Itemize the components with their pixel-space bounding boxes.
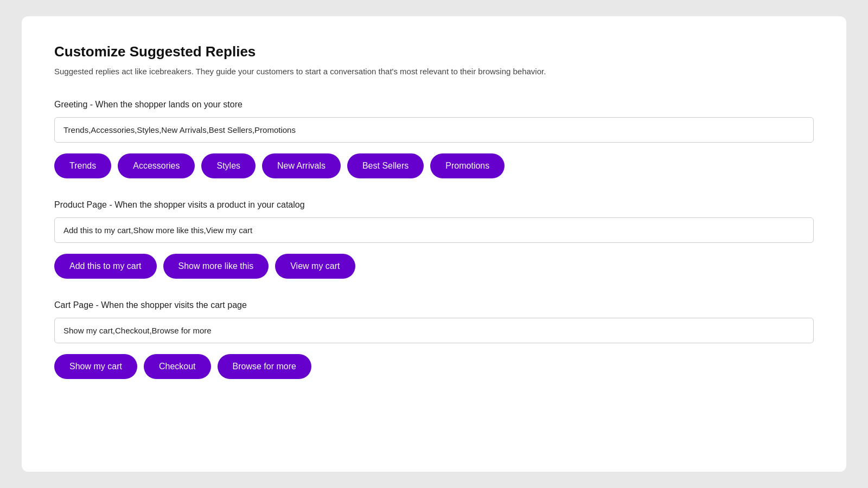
page-title: Customize Suggested Replies (54, 43, 814, 60)
chips-row-cart-page: Show my cartCheckoutBrowse for more (54, 354, 814, 379)
input-greeting[interactable] (54, 117, 814, 143)
chip-greeting-4[interactable]: Best Sellers (347, 153, 424, 178)
chip-product-page-2[interactable]: View my cart (275, 254, 355, 279)
section-cart-page: Cart Page - When the shopper visits the … (54, 300, 814, 379)
section-label-product-page: Product Page - When the shopper visits a… (54, 200, 814, 210)
chips-row-product-page: Add this to my cartShow more like thisVi… (54, 254, 814, 279)
chip-product-page-1[interactable]: Show more like this (163, 254, 269, 279)
section-greeting: Greeting - When the shopper lands on you… (54, 100, 814, 178)
chip-product-page-0[interactable]: Add this to my cart (54, 254, 157, 279)
section-product-page: Product Page - When the shopper visits a… (54, 200, 814, 279)
chip-cart-page-0[interactable]: Show my cart (54, 354, 137, 379)
chip-cart-page-2[interactable]: Browse for more (218, 354, 311, 379)
chip-greeting-5[interactable]: Promotions (430, 153, 505, 178)
chip-cart-page-1[interactable]: Checkout (144, 354, 211, 379)
chip-greeting-2[interactable]: Styles (201, 153, 256, 178)
chip-greeting-1[interactable]: Accessories (118, 153, 195, 178)
section-label-greeting: Greeting - When the shopper lands on you… (54, 100, 814, 110)
input-product-page[interactable] (54, 217, 814, 243)
input-cart-page[interactable] (54, 318, 814, 343)
chips-row-greeting: TrendsAccessoriesStylesNew ArrivalsBest … (54, 153, 814, 178)
chip-greeting-3[interactable]: New Arrivals (262, 153, 341, 178)
page-subtitle: Suggested replies act like icebreakers. … (54, 66, 814, 78)
main-container: Customize Suggested Replies Suggested re… (22, 16, 846, 472)
chip-greeting-0[interactable]: Trends (54, 153, 111, 178)
section-label-cart-page: Cart Page - When the shopper visits the … (54, 300, 814, 310)
